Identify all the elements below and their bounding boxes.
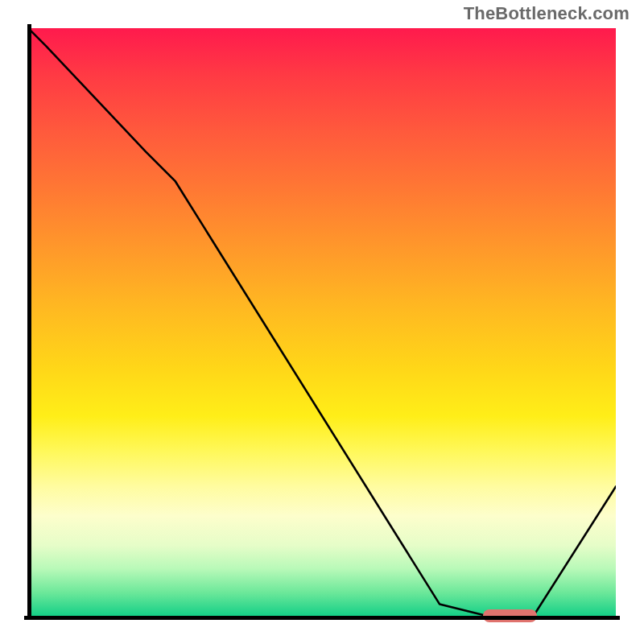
- watermark-text: TheBottleneck.com: [464, 3, 630, 24]
- x-axis: [24, 616, 620, 620]
- bottleneck-line-chart: [28, 28, 616, 616]
- y-axis: [27, 24, 31, 620]
- bottleneck-curve-path: [28, 28, 616, 616]
